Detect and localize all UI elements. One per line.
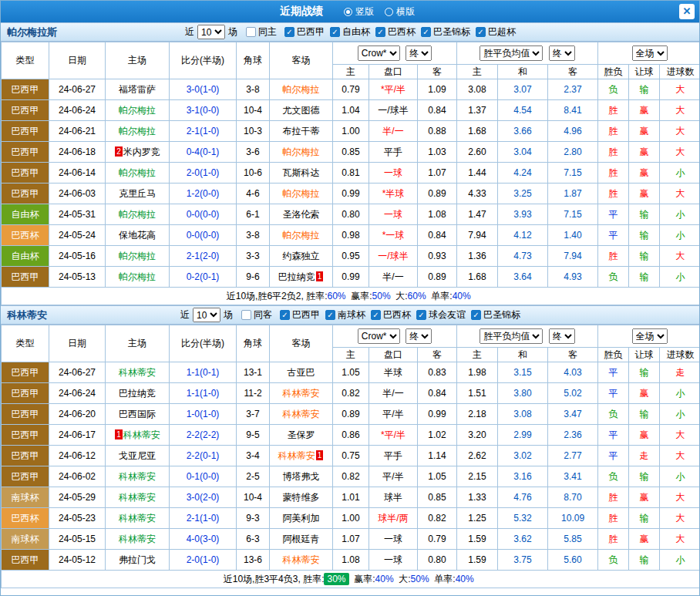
goals-result-cell: 小 — [660, 267, 700, 288]
table-header-row-1: 类型 日期 主场 比分(半场) 角球 客场 Crow* 终 胜平负均值 终 — [2, 42, 700, 65]
match-row: 巴西甲24-06-27科林蒂安1-1(0-1)13-1古亚巴1.05半球0.83… — [2, 362, 700, 383]
asia-away-odds-cell: 1.09 — [418, 79, 457, 100]
league-filter[interactable]: 巴西甲 — [284, 25, 325, 39]
handicap-cell: 球半 — [369, 487, 418, 508]
euro-draw-odds-cell: 3.08 — [498, 404, 548, 425]
euro-home-odds-cell: 1.37 — [457, 100, 498, 121]
league-cell: 巴西甲 — [2, 79, 49, 100]
team-name-text: 帕尔梅拉 — [119, 251, 156, 261]
match-row: 自由杯24-05-31帕尔梅拉0-0(0-0)6-1圣洛伦索0.80一球1.08… — [2, 204, 700, 225]
date-cell: 24-06-24 — [49, 383, 106, 404]
league-cell: 巴西甲 — [2, 383, 49, 404]
scope-select[interactable]: 全场 — [632, 45, 668, 61]
match-row: 巴西甲24-06-12戈亚尼亚2-2(0-1)3-4科林蒂安10.75平手1.1… — [2, 446, 700, 466]
europe-odds-select[interactable]: 胜平负均值 — [480, 328, 543, 344]
asia-final-select[interactable]: 终 — [406, 45, 432, 61]
euro-home-odds-cell: 1.44 — [457, 163, 498, 184]
handicap-cell: 半球 — [369, 362, 418, 383]
same-venue-filter[interactable]: 同客 — [241, 308, 272, 322]
home-team-cell: 帕尔梅拉 — [106, 204, 170, 225]
wdl-result-cell: 胜 — [598, 487, 629, 508]
goals-result-cell: 大 — [660, 508, 700, 529]
home-team-cell: 1科林蒂安 — [106, 425, 170, 446]
scope-select[interactable]: 全场 — [632, 328, 668, 344]
europe-odds-select[interactable]: 胜平负均值 — [480, 45, 543, 61]
corner-cell: 13-6 — [237, 550, 270, 571]
league-filter[interactable]: 巴西甲 — [280, 308, 320, 322]
asia-bookmaker-select[interactable]: Crow* — [358, 45, 400, 61]
league-cell: 巴西甲 — [2, 446, 49, 466]
league-filter[interactable]: 球会友谊 — [416, 308, 466, 322]
team-name-text: 瓦斯科达 — [283, 167, 320, 178]
summary-0: 近10场,胜6平2负2, 胜率:60% 赢率:50% 大:60% 单率:40% — [2, 288, 700, 305]
league-filter[interactable]: 南球杯 — [325, 308, 365, 322]
view-radio-vertical[interactable]: 竖版 — [344, 5, 374, 19]
team-name-text: 戈亚尼亚 — [119, 450, 156, 461]
euro-draw-odds-cell: 3.04 — [498, 142, 548, 163]
wdl-result-cell: 负 — [598, 550, 629, 571]
corner-cell: 9-5 — [237, 425, 270, 446]
euro-away-odds-cell: 5.02 — [548, 383, 598, 404]
close-button[interactable]: ✕ — [679, 4, 695, 19]
euro-home-odds-cell: 1.36 — [457, 246, 498, 267]
euro-draw-odds-cell: 3.16 — [498, 466, 548, 487]
league-filter[interactable]: 巴圣锦标 — [421, 25, 470, 39]
goals-result-cell: 小 — [660, 383, 700, 404]
europe-odds-header: 胜平负均值 终 — [457, 42, 598, 65]
same-venue-filter[interactable]: 同主 — [246, 25, 277, 39]
wdl-result-cell: 平 — [598, 204, 629, 225]
handicap-cell: 半/一 — [369, 121, 418, 142]
handicap-result-cell: 输 — [629, 79, 660, 100]
team-name-text: 科林蒂安 — [119, 513, 156, 524]
view-radio-horizontal[interactable]: 横版 — [385, 5, 415, 19]
league-filter[interactable]: 巴西杯 — [375, 25, 416, 39]
corner-cell: 3-8 — [237, 79, 270, 100]
corner-cell: 6-1 — [237, 204, 270, 225]
league-filter[interactable]: 巴超杯 — [476, 25, 516, 39]
score-cell: 1-1(1-0) — [170, 383, 237, 404]
match-tbody-1: 巴西甲24-06-27科林蒂安1-1(0-1)13-1古亚巴1.05半球0.83… — [2, 362, 700, 571]
match-row: 巴西甲24-06-03克里丘马1-2(0-0)4-6帕尔梅拉0.99*半球0.8… — [2, 184, 700, 204]
europe-final-select[interactable]: 终 — [549, 328, 575, 344]
asia-final-select[interactable]: 终 — [406, 328, 432, 344]
europe-final-select[interactable]: 终 — [549, 45, 575, 61]
score-cell: 0-0(0-0) — [170, 204, 237, 225]
corner-cell: 4-6 — [237, 184, 270, 204]
summary-stat-value: 40% — [456, 574, 474, 584]
league-filter[interactable]: 巴圣锦标 — [471, 308, 520, 322]
euro-home-odds-cell: 2.15 — [457, 466, 498, 487]
recent-count-select[interactable]: 10 — [197, 25, 225, 39]
asia-away-odds-cell: 1.03 — [418, 142, 457, 163]
corner-cell: 13-1 — [237, 362, 270, 383]
asia-home-odds-cell: 0.98 — [333, 225, 369, 246]
euro-away-odds-cell: 3.47 — [548, 404, 598, 425]
asia-away-odds-cell: 1.14 — [418, 446, 457, 466]
team-name-text: 科林蒂安 — [119, 367, 156, 378]
rank-badge: 1 — [115, 429, 123, 439]
euro-draw-odds-cell: 4.54 — [498, 100, 548, 121]
euro-draw-odds-cell: 3.25 — [498, 184, 548, 204]
league-filter[interactable]: 巴西杯 — [371, 308, 411, 322]
asia-home-odds-cell: 1.04 — [333, 100, 369, 121]
sub-header-euro-draw: 和 — [498, 65, 548, 79]
summary-row: 近10场,胜6平2负2, 胜率:60% 赢率:50% 大:60% 单率:40% — [2, 288, 700, 305]
team-name-text: 帕尔梅拉 — [119, 167, 156, 178]
euro-away-odds-cell: 7.15 — [548, 204, 598, 225]
euro-home-odds-cell: 2.62 — [457, 446, 498, 466]
wdl-result-cell: 胜 — [598, 121, 629, 142]
recent-count-select[interactable]: 10 — [193, 308, 220, 322]
team-name-text: 科林蒂安 — [119, 534, 156, 544]
league-filter-label: 巴西杯 — [388, 25, 416, 39]
asia-away-odds-cell: 0.79 — [418, 529, 457, 550]
asia-bookmaker-select[interactable]: Crow* — [358, 328, 400, 344]
wdl-result-cell: 胜 — [598, 100, 629, 121]
sub-header-ah-result: 让球 — [629, 65, 660, 79]
euro-home-odds-cell: 3.20 — [457, 425, 498, 446]
score-cell: 2-0(1-0) — [170, 163, 237, 184]
home-team-cell: 科林蒂安 — [106, 508, 170, 529]
league-filter-label: 巴圣锦标 — [433, 25, 470, 39]
col-header-home: 主场 — [106, 42, 170, 79]
league-filter[interactable]: 自由杯 — [330, 25, 370, 39]
asia-away-odds-cell: 0.93 — [418, 246, 457, 267]
home-team-cell: 科林蒂安 — [106, 466, 170, 487]
